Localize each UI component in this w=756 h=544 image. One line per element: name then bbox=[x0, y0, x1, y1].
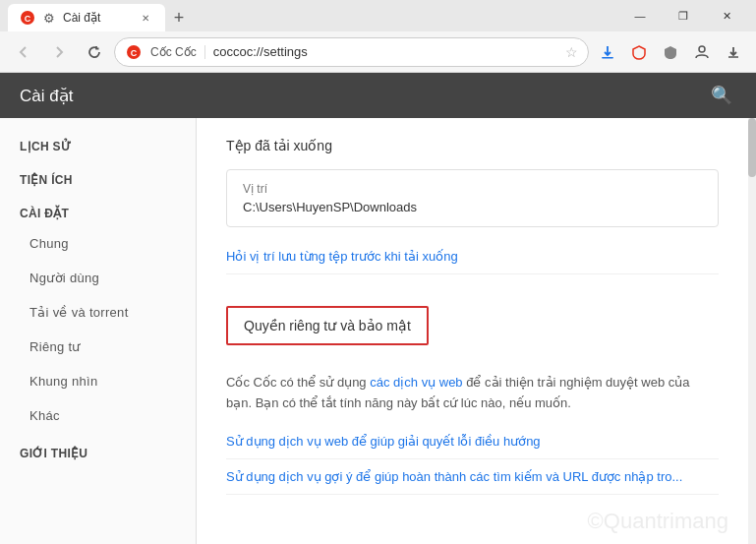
back-button[interactable] bbox=[8, 36, 39, 68]
page: Cài đặt 🔍 LỊCH SỬ TIỆN ÍCH CÀI ĐẶT Chung… bbox=[0, 73, 756, 544]
svg-rect-4 bbox=[602, 57, 613, 59]
downloads-section-title: Tệp đã tải xuống bbox=[226, 138, 719, 153]
toolbar-icons bbox=[593, 37, 748, 67]
tab-title: Cài đặt bbox=[63, 11, 100, 25]
bookmark-star-icon[interactable]: ☆ bbox=[565, 44, 578, 60]
settings-page-title: Cài đặt bbox=[20, 86, 73, 106]
sidebar-item-about[interactable]: GIỚI THIỆU bbox=[0, 433, 196, 466]
tab-close-button[interactable]: ✕ bbox=[138, 10, 153, 26]
sidebar-item-appearance[interactable]: Khung nhìn bbox=[0, 364, 196, 398]
address-bar[interactable]: C Cốc Cốc coccoc://settings ☆ bbox=[114, 37, 589, 67]
sidebar-item-general[interactable]: Chung bbox=[0, 226, 196, 261]
settings-gear-icon: ⚙ bbox=[41, 10, 57, 26]
url-text: coccoc://settings bbox=[213, 44, 557, 59]
shield2-button[interactable] bbox=[656, 37, 685, 67]
content-inner: Tệp đã tải xuống Vị trí C:\Users\HuyenSP… bbox=[197, 118, 748, 514]
svg-text:C: C bbox=[25, 14, 31, 24]
sidebar-item-privacy[interactable]: Riêng tư bbox=[0, 330, 196, 364]
sidebar-item-settings[interactable]: CÀI ĐẶT bbox=[0, 193, 196, 226]
ask-location-item[interactable]: Hỏi vị trí lưu từng tệp trước khi tải xu… bbox=[226, 239, 719, 274]
settings-header: Cài đặt 🔍 bbox=[0, 73, 756, 118]
close-button[interactable]: ✕ bbox=[705, 0, 748, 31]
service2-item[interactable]: Sử dụng dịch vụ gợi ý để giúp hoàn thành… bbox=[226, 459, 719, 495]
sidebar-item-extensions[interactable]: TIỆN ÍCH bbox=[0, 159, 196, 193]
sidebar-item-downloads[interactable]: Tải về và torrent bbox=[0, 295, 196, 330]
svg-point-5 bbox=[699, 46, 705, 52]
sidebar: LỊCH SỬ TIỆN ÍCH CÀI ĐẶT Chung Người dùn… bbox=[0, 118, 197, 544]
description-block: Cốc Cốc có thể sử dụng các dịch vụ web đ… bbox=[226, 373, 719, 414]
service2-link[interactable]: Sử dụng dịch vụ gợi ý để giúp hoàn thành… bbox=[226, 469, 682, 484]
restore-button[interactable]: ❐ bbox=[662, 0, 705, 31]
ask-location-link[interactable]: Hỏi vị trí lưu từng tệp trước khi tải xu… bbox=[226, 249, 458, 264]
site-name-label: Cốc Cốc bbox=[150, 45, 205, 59]
coccoc-tab-icon: C bbox=[20, 10, 35, 26]
new-tab-button[interactable]: + bbox=[165, 4, 193, 31]
location-value: C:\Users\HuyenSP\Downloads bbox=[243, 200, 702, 214]
titlebar: C ⚙ Cài đặt ✕ + — ❐ ✕ bbox=[0, 0, 756, 31]
forward-button[interactable] bbox=[43, 36, 75, 68]
svg-text:C: C bbox=[131, 48, 138, 58]
location-label: Vị trí bbox=[243, 182, 702, 196]
scrollbar-thumb[interactable] bbox=[748, 118, 756, 177]
menu-download-button[interactable] bbox=[719, 37, 748, 67]
service1-link[interactable]: Sử dụng dịch vụ web để giúp giải quyết l… bbox=[226, 434, 541, 449]
sidebar-item-other[interactable]: Khác bbox=[0, 398, 196, 433]
download-button[interactable] bbox=[593, 37, 622, 67]
settings-search-icon[interactable]: 🔍 bbox=[707, 81, 736, 110]
desc-text-before: Cốc Cốc có thể sử dụng bbox=[226, 375, 370, 390]
location-info-box: Vị trí C:\Users\HuyenSP\Downloads bbox=[226, 169, 719, 227]
content-area[interactable]: Tệp đã tải xuống Vị trí C:\Users\HuyenSP… bbox=[197, 118, 748, 544]
tab-area: C ⚙ Cài đặt ✕ + bbox=[8, 0, 618, 31]
site-favicon: C bbox=[125, 43, 143, 61]
minimize-button[interactable]: — bbox=[618, 0, 662, 31]
window-controls: — ❐ ✕ bbox=[618, 0, 748, 31]
active-tab[interactable]: C ⚙ Cài đặt ✕ bbox=[8, 4, 165, 31]
reload-button[interactable] bbox=[79, 36, 110, 68]
user-button[interactable] bbox=[687, 37, 717, 67]
privacy-section-title: Quyền riêng tư và bảo mật bbox=[244, 318, 411, 333]
shield-button[interactable] bbox=[624, 37, 654, 67]
sidebar-item-history[interactable]: LỊCH SỬ bbox=[0, 126, 196, 159]
service1-item[interactable]: Sử dụng dịch vụ web để giúp giải quyết l… bbox=[226, 424, 719, 459]
main-area: LỊCH SỬ TIỆN ÍCH CÀI ĐẶT Chung Người dùn… bbox=[0, 118, 756, 544]
privacy-section-box: Quyền riêng tư và bảo mật bbox=[226, 306, 429, 345]
web-services-link[interactable]: các dịch vụ web bbox=[370, 375, 462, 390]
navbar: C Cốc Cốc coccoc://settings ☆ bbox=[0, 31, 756, 73]
sidebar-item-users[interactable]: Người dùng bbox=[0, 261, 196, 295]
scrollbar-track[interactable] bbox=[748, 118, 756, 544]
